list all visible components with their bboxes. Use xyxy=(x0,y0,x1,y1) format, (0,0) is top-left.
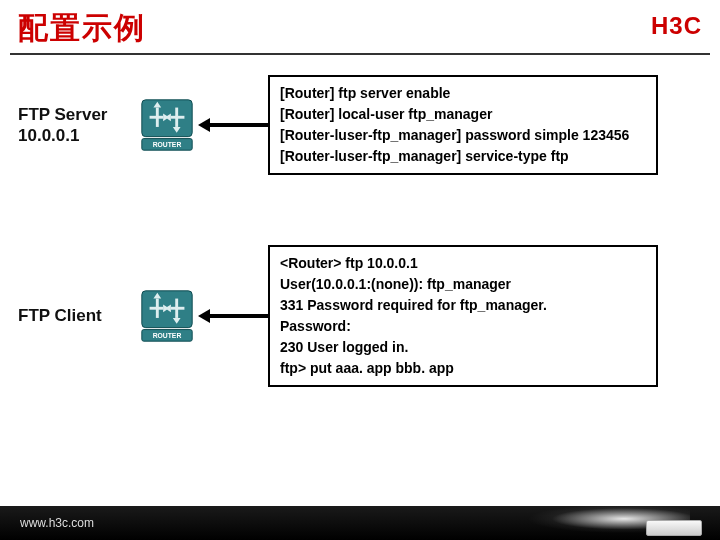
client-row: FTP Client ROUTER <Router> ftp 10.0.0.1 … xyxy=(18,245,702,387)
server-row: FTP Server 10.0.0.1 ROUTER [Router] ft xyxy=(18,75,702,175)
router-caption: ROUTER xyxy=(153,141,182,148)
router-caption: ROUTER xyxy=(153,332,182,339)
diagram-content: FTP Server 10.0.0.1 ROUTER [Router] ft xyxy=(0,55,720,455)
server-config-box: [Router] ftp server enable [Router] loca… xyxy=(268,75,658,175)
client-config-text: <Router> ftp 10.0.0.1 User(10.0.0.1:(non… xyxy=(280,253,646,379)
footer-bar: www.h3c.com xyxy=(0,506,720,540)
footer-url: www.h3c.com xyxy=(20,516,94,530)
header: 配置示例 H3C xyxy=(0,0,720,49)
page-title: 配置示例 xyxy=(18,8,146,49)
arrow-icon xyxy=(198,314,268,318)
router-icon: ROUTER xyxy=(136,94,198,156)
footer-button[interactable] xyxy=(646,520,702,536)
router-icon: ROUTER xyxy=(136,285,198,347)
client-config-box: <Router> ftp 10.0.0.1 User(10.0.0.1:(non… xyxy=(268,245,658,387)
ftp-server-label: FTP Server 10.0.0.1 xyxy=(18,104,128,147)
arrow-icon xyxy=(198,123,268,127)
server-config-text: [Router] ftp server enable [Router] loca… xyxy=(280,83,646,167)
ftp-client-label: FTP Client xyxy=(18,305,128,326)
brand-logo: H3C xyxy=(651,8,702,40)
